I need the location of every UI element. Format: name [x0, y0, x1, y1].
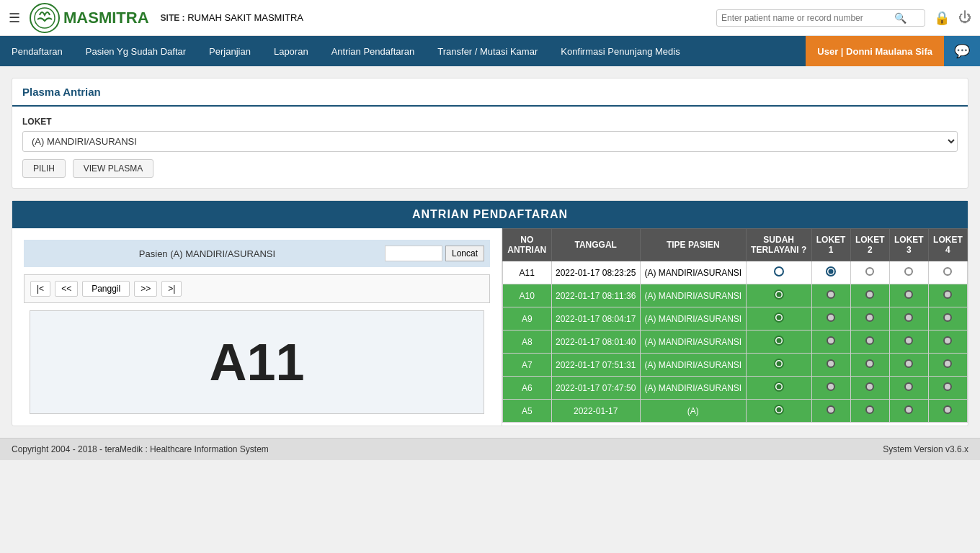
cell-loket3[interactable] [889, 307, 928, 331]
antrian-table: NOANTRIAN TANGGAL TIPE PASIEN SUDAHTERLA… [502, 228, 968, 423]
table-row[interactable]: A62022-01-17 07:47:50(A) MANDIRI/ASURANS… [503, 377, 968, 400]
cell-loket1[interactable] [811, 400, 850, 423]
patient-header: Pasien (A) MANDIRI/ASURANSI Loncat [24, 240, 490, 267]
nav-item-transfer[interactable]: Transfer / Mutasi Kamar [426, 36, 549, 66]
table-row[interactable]: A82022-01-17 08:01:40(A) MANDIRI/ASURANS… [503, 331, 968, 354]
navbar: Pendaftaran Pasien Yg Sudah Daftar Perja… [0, 36, 980, 66]
cell-loket4[interactable] [928, 400, 967, 423]
plasma-antrian-title: Plasma Antrian [22, 86, 101, 98]
cell-loket2[interactable] [850, 377, 889, 400]
table-row[interactable]: A112022-01-17 08:23:25(A) MANDIRI/ASURAN… [503, 261, 968, 284]
loncat-button[interactable]: Loncat [445, 246, 484, 261]
cell-tipe: (A) [640, 400, 746, 423]
cell-tanggal: 2022-01-17 08:23:25 [551, 261, 640, 284]
nav-chat-icon[interactable]: 💬 [944, 36, 980, 66]
cell-loket2[interactable] [850, 261, 889, 284]
view-plasma-button[interactable]: VIEW PLASMA [73, 159, 154, 178]
cell-loket1[interactable] [811, 377, 850, 400]
table-header: NOANTRIAN TANGGAL TIPE PASIEN SUDAHTERLA… [503, 229, 968, 261]
nav-item-pasien[interactable]: Pasien Yg Sudah Daftar [74, 36, 197, 66]
site-info: SITE : RUMAH SAKIT MASMITRA [161, 12, 303, 23]
cell-loket3[interactable] [889, 400, 928, 423]
loncat-input[interactable] [385, 246, 442, 261]
col-loket-1: LOKET1 [811, 229, 850, 261]
cell-no-antrian: A8 [503, 331, 552, 354]
cell-tanggal: 2022-01-17 08:11:36 [551, 284, 640, 307]
pilih-button[interactable]: PILIH [22, 159, 66, 178]
logo-area: MASMITRA [29, 2, 149, 34]
cell-loket4[interactable] [928, 331, 967, 354]
footer: Copyright 2004 - 2018 - teraMedik : Heal… [0, 438, 980, 460]
antrian-table-scroll[interactable]: NOANTRIAN TANGGAL TIPE PASIEN SUDAHTERLA… [502, 228, 968, 423]
nav-item-perjanjian[interactable]: Perjanjian [197, 36, 262, 66]
power-icon[interactable]: ⏻ [958, 10, 971, 25]
nav-last-button[interactable]: >| [161, 281, 182, 297]
cell-loket1[interactable] [811, 307, 850, 331]
cell-terlayani[interactable] [746, 307, 811, 331]
cell-loket2[interactable] [850, 307, 889, 331]
loket-select[interactable]: (A) MANDIRI/ASURANSI (B) UMUM (C) BPJS [22, 131, 958, 152]
col-loket-4: LOKET4 [928, 229, 967, 261]
right-panel: NOANTRIAN TANGGAL TIPE PASIEN SUDAHTERLA… [502, 228, 968, 426]
cell-terlayani[interactable] [746, 284, 811, 307]
logo-icon [29, 2, 61, 34]
queue-display: A11 [30, 310, 484, 414]
cell-loket4[interactable] [928, 307, 967, 331]
cell-terlayani[interactable] [746, 377, 811, 400]
nav-prev-button[interactable]: << [55, 281, 78, 297]
cell-loket3[interactable] [889, 354, 928, 377]
nav-item-konfirmasi[interactable]: Konfirmasi Penunjang Medis [549, 36, 691, 66]
table-body: A112022-01-17 08:23:25(A) MANDIRI/ASURAN… [503, 261, 968, 423]
nav-first-button[interactable]: |< [30, 281, 50, 297]
cell-tipe: (A) MANDIRI/ASURANSI [640, 377, 746, 400]
nav-item-antrian[interactable]: Antrian Pendaftaran [320, 36, 427, 66]
cell-loket3[interactable] [889, 377, 928, 400]
col-no-antrian: NOANTRIAN [503, 229, 552, 261]
cell-loket4[interactable] [928, 354, 967, 377]
cell-loket2[interactable] [850, 354, 889, 377]
cell-loket3[interactable] [889, 331, 928, 354]
cell-tanggal: 2022-01-17 07:47:50 [551, 377, 640, 400]
cell-loket4[interactable] [928, 377, 967, 400]
table-row[interactable]: A72022-01-17 07:51:31(A) MANDIRI/ASURANS… [503, 354, 968, 377]
loket-label: LOKET [22, 117, 958, 127]
search-button[interactable]: 🔍 [894, 12, 906, 24]
table-row[interactable]: A92022-01-17 08:04:17(A) MANDIRI/ASURANS… [503, 307, 968, 331]
antrian-section: ANTRIAN PENDAFTARAN Pasien (A) MANDIRI/A… [12, 200, 968, 426]
table-row[interactable]: A52022-01-17(A) [503, 400, 968, 423]
antrian-body: Pasien (A) MANDIRI/ASURANSI Loncat |< <<… [12, 228, 968, 426]
cell-loket3[interactable] [889, 261, 928, 284]
lock-icon[interactable]: 🔒 [934, 10, 950, 26]
cell-terlayani[interactable] [746, 354, 811, 377]
col-tipe-pasien: TIPE PASIEN [640, 229, 746, 261]
cell-tipe: (A) MANDIRI/ASURANSI [640, 331, 746, 354]
footer-version: System Version v3.6.x [883, 444, 968, 454]
cell-loket2[interactable] [850, 284, 889, 307]
menu-icon[interactable]: ☰ [9, 10, 20, 26]
cell-loket4[interactable] [928, 261, 967, 284]
cell-loket2[interactable] [850, 400, 889, 423]
cell-loket1[interactable] [811, 284, 850, 307]
cell-terlayani[interactable] [746, 261, 811, 284]
cell-tipe: (A) MANDIRI/ASURANSI [640, 261, 746, 284]
cell-tipe: (A) MANDIRI/ASURANSI [640, 307, 746, 331]
panggil-button[interactable]: Panggil [82, 281, 130, 297]
cell-loket1[interactable] [811, 261, 850, 284]
cell-loket1[interactable] [811, 331, 850, 354]
search-input[interactable] [721, 13, 894, 23]
header: ☰ MASMITRA SITE : RUMAH SAKIT MASMITRA 🔍… [0, 0, 980, 36]
cell-loket3[interactable] [889, 284, 928, 307]
cell-terlayani[interactable] [746, 400, 811, 423]
cell-terlayani[interactable] [746, 331, 811, 354]
cell-no-antrian: A6 [503, 377, 552, 400]
plasma-antrian-header: Plasma Antrian [12, 78, 968, 107]
search-bar: 🔍 [716, 9, 925, 27]
nav-item-laporan[interactable]: Laporan [262, 36, 320, 66]
nav-item-pendaftaran[interactable]: Pendaftaran [0, 36, 74, 66]
table-row[interactable]: A102022-01-17 08:11:36(A) MANDIRI/ASURAN… [503, 284, 968, 307]
nav-user[interactable]: User | Donni Maulana Sifa [806, 36, 944, 66]
cell-loket1[interactable] [811, 354, 850, 377]
cell-loket4[interactable] [928, 284, 967, 307]
nav-next-button[interactable]: >> [134, 281, 157, 297]
cell-loket2[interactable] [850, 331, 889, 354]
